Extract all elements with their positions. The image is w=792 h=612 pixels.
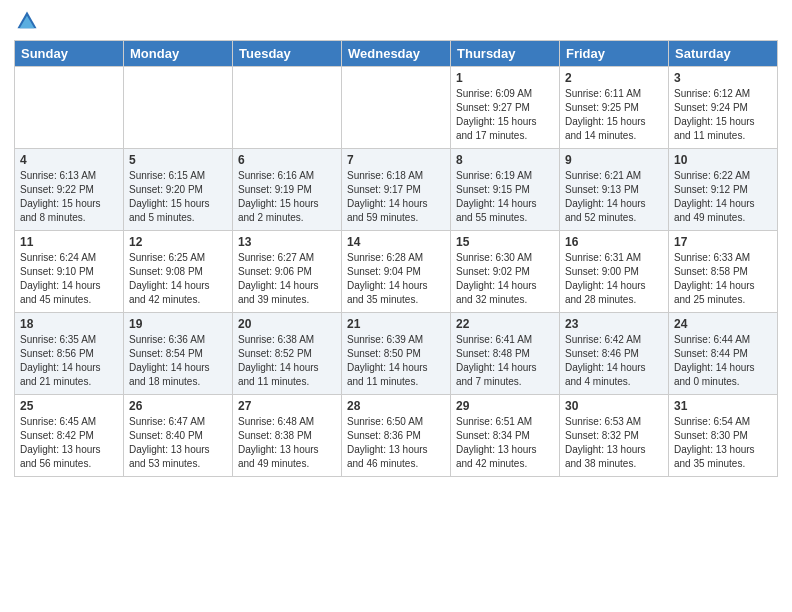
day-number: 3	[674, 71, 772, 85]
calendar-cell: 20Sunrise: 6:38 AM Sunset: 8:52 PM Dayli…	[233, 313, 342, 395]
calendar-day-header: Friday	[560, 41, 669, 67]
calendar-day-header: Saturday	[669, 41, 778, 67]
day-info: Sunrise: 6:39 AM Sunset: 8:50 PM Dayligh…	[347, 333, 445, 389]
day-number: 31	[674, 399, 772, 413]
calendar-cell: 21Sunrise: 6:39 AM Sunset: 8:50 PM Dayli…	[342, 313, 451, 395]
day-info: Sunrise: 6:11 AM Sunset: 9:25 PM Dayligh…	[565, 87, 663, 143]
calendar-week-row: 25Sunrise: 6:45 AM Sunset: 8:42 PM Dayli…	[15, 395, 778, 477]
day-number: 18	[20, 317, 118, 331]
calendar-header-row: SundayMondayTuesdayWednesdayThursdayFrid…	[15, 41, 778, 67]
calendar-cell	[15, 67, 124, 149]
calendar-week-row: 18Sunrise: 6:35 AM Sunset: 8:56 PM Dayli…	[15, 313, 778, 395]
day-info: Sunrise: 6:13 AM Sunset: 9:22 PM Dayligh…	[20, 169, 118, 225]
day-number: 28	[347, 399, 445, 413]
calendar-cell: 8Sunrise: 6:19 AM Sunset: 9:15 PM Daylig…	[451, 149, 560, 231]
calendar-cell: 30Sunrise: 6:53 AM Sunset: 8:32 PM Dayli…	[560, 395, 669, 477]
day-number: 19	[129, 317, 227, 331]
day-number: 23	[565, 317, 663, 331]
day-info: Sunrise: 6:30 AM Sunset: 9:02 PM Dayligh…	[456, 251, 554, 307]
day-number: 15	[456, 235, 554, 249]
calendar-cell: 16Sunrise: 6:31 AM Sunset: 9:00 PM Dayli…	[560, 231, 669, 313]
main-container: SundayMondayTuesdayWednesdayThursdayFrid…	[0, 0, 792, 612]
day-number: 29	[456, 399, 554, 413]
logo-text	[14, 10, 38, 32]
day-info: Sunrise: 6:18 AM Sunset: 9:17 PM Dayligh…	[347, 169, 445, 225]
day-info: Sunrise: 6:09 AM Sunset: 9:27 PM Dayligh…	[456, 87, 554, 143]
calendar-cell: 6Sunrise: 6:16 AM Sunset: 9:19 PM Daylig…	[233, 149, 342, 231]
calendar-cell: 25Sunrise: 6:45 AM Sunset: 8:42 PM Dayli…	[15, 395, 124, 477]
day-number: 24	[674, 317, 772, 331]
calendar-cell: 28Sunrise: 6:50 AM Sunset: 8:36 PM Dayli…	[342, 395, 451, 477]
day-number: 8	[456, 153, 554, 167]
day-number: 13	[238, 235, 336, 249]
day-info: Sunrise: 6:51 AM Sunset: 8:34 PM Dayligh…	[456, 415, 554, 471]
day-info: Sunrise: 6:21 AM Sunset: 9:13 PM Dayligh…	[565, 169, 663, 225]
day-info: Sunrise: 6:38 AM Sunset: 8:52 PM Dayligh…	[238, 333, 336, 389]
day-number: 16	[565, 235, 663, 249]
calendar-cell: 17Sunrise: 6:33 AM Sunset: 8:58 PM Dayli…	[669, 231, 778, 313]
day-info: Sunrise: 6:31 AM Sunset: 9:00 PM Dayligh…	[565, 251, 663, 307]
calendar-cell: 4Sunrise: 6:13 AM Sunset: 9:22 PM Daylig…	[15, 149, 124, 231]
day-info: Sunrise: 6:19 AM Sunset: 9:15 PM Dayligh…	[456, 169, 554, 225]
day-number: 10	[674, 153, 772, 167]
calendar-cell: 27Sunrise: 6:48 AM Sunset: 8:38 PM Dayli…	[233, 395, 342, 477]
calendar-cell: 7Sunrise: 6:18 AM Sunset: 9:17 PM Daylig…	[342, 149, 451, 231]
calendar-cell: 11Sunrise: 6:24 AM Sunset: 9:10 PM Dayli…	[15, 231, 124, 313]
calendar-week-row: 1Sunrise: 6:09 AM Sunset: 9:27 PM Daylig…	[15, 67, 778, 149]
calendar-day-header: Sunday	[15, 41, 124, 67]
calendar-cell: 3Sunrise: 6:12 AM Sunset: 9:24 PM Daylig…	[669, 67, 778, 149]
day-number: 20	[238, 317, 336, 331]
day-info: Sunrise: 6:41 AM Sunset: 8:48 PM Dayligh…	[456, 333, 554, 389]
day-number: 4	[20, 153, 118, 167]
calendar-cell	[233, 67, 342, 149]
calendar-cell	[342, 67, 451, 149]
day-number: 27	[238, 399, 336, 413]
calendar-cell: 22Sunrise: 6:41 AM Sunset: 8:48 PM Dayli…	[451, 313, 560, 395]
calendar-day-header: Tuesday	[233, 41, 342, 67]
calendar-cell: 2Sunrise: 6:11 AM Sunset: 9:25 PM Daylig…	[560, 67, 669, 149]
calendar-cell: 5Sunrise: 6:15 AM Sunset: 9:20 PM Daylig…	[124, 149, 233, 231]
day-info: Sunrise: 6:42 AM Sunset: 8:46 PM Dayligh…	[565, 333, 663, 389]
day-number: 12	[129, 235, 227, 249]
day-info: Sunrise: 6:16 AM Sunset: 9:19 PM Dayligh…	[238, 169, 336, 225]
calendar-cell	[124, 67, 233, 149]
day-info: Sunrise: 6:15 AM Sunset: 9:20 PM Dayligh…	[129, 169, 227, 225]
day-info: Sunrise: 6:53 AM Sunset: 8:32 PM Dayligh…	[565, 415, 663, 471]
day-number: 6	[238, 153, 336, 167]
calendar-cell: 19Sunrise: 6:36 AM Sunset: 8:54 PM Dayli…	[124, 313, 233, 395]
day-info: Sunrise: 6:45 AM Sunset: 8:42 PM Dayligh…	[20, 415, 118, 471]
calendar-day-header: Wednesday	[342, 41, 451, 67]
calendar-cell: 14Sunrise: 6:28 AM Sunset: 9:04 PM Dayli…	[342, 231, 451, 313]
day-info: Sunrise: 6:12 AM Sunset: 9:24 PM Dayligh…	[674, 87, 772, 143]
header	[14, 10, 778, 32]
calendar-cell: 1Sunrise: 6:09 AM Sunset: 9:27 PM Daylig…	[451, 67, 560, 149]
day-info: Sunrise: 6:27 AM Sunset: 9:06 PM Dayligh…	[238, 251, 336, 307]
day-number: 2	[565, 71, 663, 85]
day-info: Sunrise: 6:28 AM Sunset: 9:04 PM Dayligh…	[347, 251, 445, 307]
day-number: 7	[347, 153, 445, 167]
day-number: 11	[20, 235, 118, 249]
day-info: Sunrise: 6:24 AM Sunset: 9:10 PM Dayligh…	[20, 251, 118, 307]
day-number: 17	[674, 235, 772, 249]
day-number: 21	[347, 317, 445, 331]
day-info: Sunrise: 6:47 AM Sunset: 8:40 PM Dayligh…	[129, 415, 227, 471]
calendar-cell: 15Sunrise: 6:30 AM Sunset: 9:02 PM Dayli…	[451, 231, 560, 313]
day-info: Sunrise: 6:35 AM Sunset: 8:56 PM Dayligh…	[20, 333, 118, 389]
day-info: Sunrise: 6:44 AM Sunset: 8:44 PM Dayligh…	[674, 333, 772, 389]
calendar-cell: 26Sunrise: 6:47 AM Sunset: 8:40 PM Dayli…	[124, 395, 233, 477]
day-number: 30	[565, 399, 663, 413]
calendar-week-row: 4Sunrise: 6:13 AM Sunset: 9:22 PM Daylig…	[15, 149, 778, 231]
day-number: 9	[565, 153, 663, 167]
calendar-cell: 31Sunrise: 6:54 AM Sunset: 8:30 PM Dayli…	[669, 395, 778, 477]
calendar-cell: 24Sunrise: 6:44 AM Sunset: 8:44 PM Dayli…	[669, 313, 778, 395]
logo-icon	[16, 10, 38, 32]
calendar-cell: 10Sunrise: 6:22 AM Sunset: 9:12 PM Dayli…	[669, 149, 778, 231]
day-info: Sunrise: 6:36 AM Sunset: 8:54 PM Dayligh…	[129, 333, 227, 389]
logo	[14, 10, 38, 32]
day-info: Sunrise: 6:33 AM Sunset: 8:58 PM Dayligh…	[674, 251, 772, 307]
calendar-cell: 13Sunrise: 6:27 AM Sunset: 9:06 PM Dayli…	[233, 231, 342, 313]
day-number: 14	[347, 235, 445, 249]
day-info: Sunrise: 6:50 AM Sunset: 8:36 PM Dayligh…	[347, 415, 445, 471]
day-number: 26	[129, 399, 227, 413]
calendar-table: SundayMondayTuesdayWednesdayThursdayFrid…	[14, 40, 778, 477]
